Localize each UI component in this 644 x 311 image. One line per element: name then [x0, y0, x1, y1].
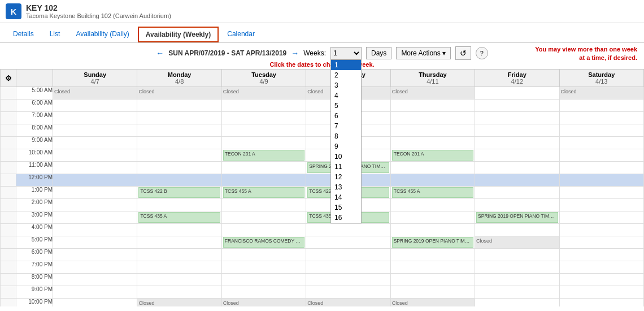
event-block[interactable]: TECON 201 A — [392, 150, 473, 161]
calendar-cell-r2-c4[interactable] — [390, 112, 475, 124]
calendar-cell-r0-c4[interactable]: Closed — [390, 87, 475, 100]
calendar-cell-r17-c0[interactable] — [53, 299, 137, 307]
calendar-cell-r12-c3[interactable] — [306, 236, 390, 249]
calendar-cell-r2-c6[interactable] — [559, 112, 643, 124]
calendar-cell-r7-c1[interactable] — [137, 174, 221, 187]
days-button[interactable]: Days — [366, 47, 391, 59]
calendar-cell-r9-c2[interactable] — [221, 199, 306, 211]
weeks-opt-8[interactable]: 8 — [331, 131, 361, 141]
calendar-cell-r13-c6[interactable] — [559, 249, 643, 261]
calendar-cell-r13-c1[interactable] — [137, 249, 221, 261]
calendar-cell-r17-c2[interactable]: Closed — [221, 299, 306, 307]
calendar-cell-r16-c1[interactable] — [137, 286, 221, 299]
calendar-cell-r16-c6[interactable] — [559, 286, 643, 299]
calendar-cell-r1-c0[interactable] — [53, 100, 137, 112]
tab-availability-weekly[interactable]: Availability (Weekly) — [138, 27, 219, 42]
calendar-cell-r11-c5[interactable] — [475, 224, 559, 236]
calendar-cell-r14-c3[interactable] — [306, 261, 390, 274]
calendar-cell-r10-c0[interactable] — [53, 211, 137, 224]
calendar-cell-r5-c1[interactable] — [137, 149, 221, 162]
calendar-cell-r7-c2[interactable] — [221, 174, 306, 187]
event-block[interactable]: TCSS 455 A — [392, 187, 473, 198]
calendar-cell-r5-c5[interactable] — [475, 149, 559, 162]
calendar-cell-r17-c1[interactable]: Closed — [137, 299, 221, 307]
weeks-opt-10[interactable]: 10 — [331, 152, 361, 162]
calendar-cell-r2-c0[interactable] — [53, 112, 137, 124]
calendar-cell-r13-c2[interactable] — [221, 249, 306, 261]
calendar-cell-r11-c6[interactable] — [559, 224, 643, 236]
calendar-cell-r5-c2[interactable]: TECON 201 A — [221, 149, 306, 162]
calendar-cell-r15-c4[interactable] — [390, 274, 475, 286]
calendar-cell-r7-c4[interactable] — [390, 174, 475, 187]
tab-availability-daily[interactable]: Availability (Daily) — [68, 27, 136, 42]
calendar-cell-r8-c2[interactable]: TCSS 455 A — [221, 187, 306, 199]
calendar-cell-r7-c0[interactable] — [53, 174, 137, 187]
help-button[interactable]: ? — [476, 47, 488, 59]
calendar-cell-r6-c2[interactable] — [221, 162, 306, 174]
weeks-opt-5[interactable]: 5 — [331, 101, 361, 111]
calendar-cell-r11-c1[interactable] — [137, 224, 221, 236]
calendar-cell-r10-c2[interactable] — [221, 211, 306, 224]
calendar-cell-r12-c1[interactable] — [137, 236, 221, 249]
calendar-cell-r4-c5[interactable] — [475, 137, 559, 149]
calendar-cell-r4-c2[interactable] — [221, 137, 306, 149]
calendar-cell-r12-c0[interactable] — [53, 236, 137, 249]
event-block[interactable]: TCSS 435 A — [138, 212, 220, 223]
calendar-cell-r4-c0[interactable] — [53, 137, 137, 149]
weeks-opt-1[interactable]: 1 — [331, 60, 361, 70]
calendar-cell-r12-c6[interactable] — [559, 236, 643, 249]
calendar-cell-r4-c6[interactable] — [559, 137, 643, 149]
weeks-opt-16[interactable]: 16 — [331, 213, 361, 223]
tab-calendar[interactable]: Calendar — [220, 27, 262, 42]
calendar-cell-r1-c2[interactable] — [221, 100, 306, 112]
weeks-opt-6[interactable]: 6 — [331, 111, 361, 121]
calendar-cell-r0-c5[interactable] — [475, 87, 559, 100]
calendar-cell-r0-c0[interactable]: Closed — [53, 87, 137, 100]
event-block[interactable]: TCSS 422 B — [138, 187, 220, 198]
calendar-cell-r15-c2[interactable] — [221, 274, 306, 286]
calendar-cell-r2-c2[interactable] — [221, 112, 306, 124]
calendar-cell-r16-c5[interactable] — [475, 286, 559, 299]
settings-icon[interactable]: ⚙ — [5, 74, 12, 83]
calendar-cell-r4-c1[interactable] — [137, 137, 221, 149]
calendar-cell-r16-c4[interactable] — [390, 286, 475, 299]
event-block[interactable]: TECON 201 A — [223, 150, 304, 161]
event-block[interactable]: TCSS 455 A — [223, 187, 304, 198]
calendar-cell-r15-c3[interactable] — [306, 274, 390, 286]
calendar-cell-r11-c2[interactable] — [221, 224, 306, 236]
weeks-opt-7[interactable]: 7 — [331, 121, 361, 131]
calendar-cell-r3-c6[interactable] — [559, 124, 643, 137]
calendar-cell-r12-c5[interactable]: Closed — [475, 236, 559, 249]
calendar-cell-r5-c0[interactable] — [53, 149, 137, 162]
weeks-opt-12[interactable]: 12 — [331, 172, 361, 182]
event-block[interactable]: SPRING 2019 OPEN PIANO TIME - THURS — [392, 237, 473, 248]
calendar-cell-r3-c2[interactable] — [221, 124, 306, 137]
calendar-cell-r14-c2[interactable] — [221, 261, 306, 274]
calendar-cell-r6-c4[interactable] — [390, 162, 475, 174]
tab-details[interactable]: Details — [6, 27, 41, 42]
calendar-cell-r2-c1[interactable] — [137, 112, 221, 124]
calendar-cell-r3-c5[interactable] — [475, 124, 559, 137]
calendar-cell-r0-c2[interactable]: Closed — [221, 87, 306, 100]
calendar-cell-r0-c1[interactable]: Closed — [137, 87, 221, 100]
calendar-cell-r14-c5[interactable] — [475, 261, 559, 274]
calendar-cell-r11-c4[interactable] — [390, 224, 475, 236]
calendar-cell-r10-c1[interactable]: TCSS 435 A — [137, 211, 221, 224]
calendar-cell-r10-c4[interactable] — [390, 211, 475, 224]
calendar-cell-r13-c0[interactable] — [53, 249, 137, 261]
calendar-cell-r8-c4[interactable]: TCSS 455 A — [390, 187, 475, 199]
calendar-cell-r8-c1[interactable]: TCSS 422 B — [137, 187, 221, 199]
weeks-opt-3[interactable]: 3 — [331, 80, 361, 90]
calendar-cell-r5-c6[interactable] — [559, 149, 643, 162]
calendar-cell-r4-c4[interactable] — [390, 137, 475, 149]
calendar-cell-r8-c0[interactable] — [53, 187, 137, 199]
calendar-cell-r12-c4[interactable]: SPRING 2019 OPEN PIANO TIME - THURS — [390, 236, 475, 249]
calendar-cell-r6-c0[interactable] — [53, 162, 137, 174]
calendar-cell-r16-c2[interactable] — [221, 286, 306, 299]
calendar-cell-r9-c0[interactable] — [53, 199, 137, 211]
calendar-cell-r9-c5[interactable] — [475, 199, 559, 211]
calendar-cell-r1-c4[interactable] — [390, 100, 475, 112]
calendar-cell-r9-c4[interactable] — [390, 199, 475, 211]
next-week-arrow[interactable]: → — [291, 49, 299, 58]
calendar-cell-r6-c5[interactable] — [475, 162, 559, 174]
